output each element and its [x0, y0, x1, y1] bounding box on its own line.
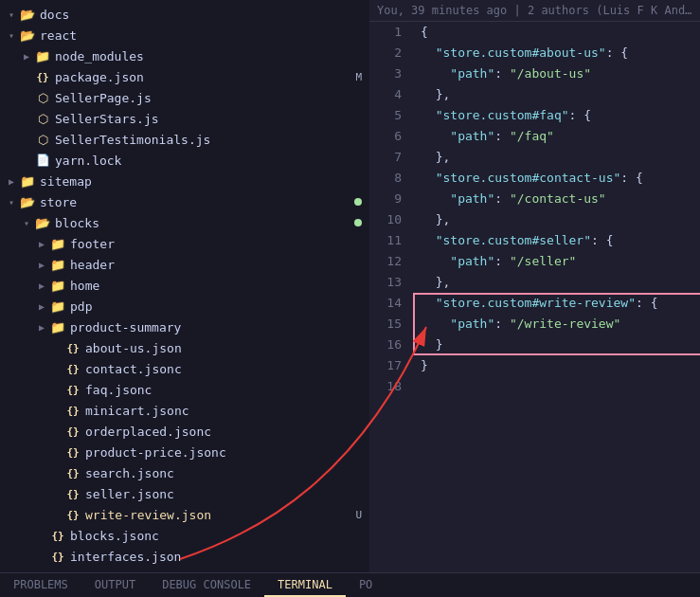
code-line: } [421, 335, 700, 355]
sidebar-item-orderplaced.jsonc[interactable]: {}orderplaced.jsonc [0, 421, 369, 442]
line-number: 13 [377, 272, 402, 293]
line-number: 14 [377, 293, 402, 314]
line-number: 17 [377, 355, 402, 376]
file-label: package.json [55, 70, 351, 84]
sidebar-item-package.json[interactable]: {}package.jsonM [0, 66, 369, 87]
file-jsonc-icon: {} [64, 405, 81, 417]
file-jsonc-icon: {} [64, 446, 81, 459]
file-label: react [40, 28, 362, 43]
file-label: SellerStars.js [55, 112, 362, 126]
line-numbers: 123456789101112131415161718 [369, 22, 413, 572]
sidebar-item-header[interactable]: ▶📁header [0, 254, 369, 275]
sidebar-item-yarn.lock[interactable]: 📄yarn.lock [0, 150, 369, 171]
sidebar-item-interfaces.json[interactable]: {}interfaces.json [0, 546, 369, 567]
sidebar-item-search.jsonc[interactable]: {}search.jsonc [0, 462, 369, 483]
file-explorer[interactable]: ▾📂docs▾📂react▶📁node_modules{}package.jso… [0, 0, 369, 572]
sidebar-item-sitemap[interactable]: ▶📁sitemap [0, 171, 369, 191]
sidebar-item-pdp[interactable]: ▶📁pdp [0, 296, 369, 317]
status-dot [354, 198, 362, 206]
sidebar-item-blocks[interactable]: ▾📂blocks [0, 212, 369, 233]
code-line: } [421, 355, 700, 376]
file-jsonc-icon: {} [49, 571, 66, 573]
status-tab-output[interactable]: OUTPUT [81, 573, 149, 597]
status-tab-po[interactable]: PO [346, 573, 386, 597]
sidebar-item-product-price.jsonc[interactable]: {}product-price.jsonc [0, 442, 369, 462]
file-label: contact.jsonc [85, 362, 362, 376]
file-label: store [40, 195, 350, 209]
sidebar-item-product-summary[interactable]: ▶📁product-summary [0, 317, 369, 337]
file-badge: M [355, 571, 362, 573]
sidebar-item-react[interactable]: ▾📂react [0, 25, 369, 45]
status-tab-problems[interactable]: PROBLEMS [0, 573, 81, 597]
file-jsonc-icon: {} [49, 530, 66, 542]
folder-closed-icon: 📁 [49, 279, 66, 293]
file-badge: U [355, 509, 362, 521]
code-line: "path": "/write-review" [421, 314, 700, 335]
file-label: orderplaced.jsonc [85, 425, 362, 439]
expand-arrow: ▶ [34, 322, 49, 333]
file-jsonc-icon: {} [49, 551, 66, 563]
status-bar: PROBLEMSOUTPUTDEBUG CONSOLETERMINALPO [0, 572, 700, 597]
sidebar-item-routes.json[interactable]: {}routes.jsonM [0, 567, 369, 572]
git-info: You, 39 minutes ago | 2 authors (Luis F … [369, 0, 700, 22]
line-number: 2 [377, 43, 402, 63]
sidebar-item-SellerPage.js[interactable]: ⬡SellerPage.js [0, 87, 369, 108]
sidebar-item-contact.jsonc[interactable]: {}contact.jsonc [0, 358, 369, 379]
folder-closed-icon: 📁 [34, 49, 51, 63]
editor-content: 123456789101112131415161718 { "store.cus… [369, 22, 700, 572]
sidebar-item-SellerStars.js[interactable]: ⬡SellerStars.js [0, 108, 369, 129]
file-jsonc-icon: {} [64, 363, 81, 375]
expand-arrow: ▶ [19, 51, 34, 62]
code-line: "store.custom#about-us": { [421, 43, 700, 63]
file-jsonc-icon: {} [64, 509, 81, 521]
folder-closed-icon: 📁 [49, 237, 66, 251]
sidebar-item-home[interactable]: ▶📁home [0, 275, 369, 296]
sidebar-item-seller.jsonc[interactable]: {}seller.jsonc [0, 483, 369, 504]
file-label: yarn.lock [55, 154, 362, 168]
expand-arrow: ▶ [4, 176, 19, 187]
file-label: sitemap [40, 174, 362, 189]
file-icon: 📄 [34, 154, 51, 167]
file-json-icon: {} [34, 71, 51, 83]
file-label: product-summary [70, 320, 362, 335]
folder-closed-icon: 📁 [19, 174, 36, 189]
line-number: 3 [377, 63, 402, 84]
file-label: interfaces.json [70, 550, 362, 564]
sidebar-item-minicart.jsonc[interactable]: {}minicart.jsonc [0, 400, 369, 421]
sidebar-item-about-us.json[interactable]: {}about-us.json [0, 337, 369, 358]
code-line [421, 376, 700, 397]
code-lines[interactable]: { "store.custom#about-us": { "path": "/a… [413, 22, 700, 572]
folder-open-icon: 📂 [19, 28, 36, 43]
sidebar-item-faq.jsonc[interactable]: {}faq.jsonc [0, 379, 369, 400]
sidebar-item-blocks.jsonc[interactable]: {}blocks.jsonc [0, 525, 369, 546]
status-tab-terminal[interactable]: TERMINAL [264, 573, 346, 597]
folder-open-icon: 📂 [34, 216, 51, 230]
expand-arrow: ▾ [19, 218, 34, 228]
code-line: }, [421, 147, 700, 168]
line-number: 8 [377, 168, 402, 189]
folder-open-icon: 📂 [19, 195, 36, 209]
file-badge: M [355, 71, 362, 83]
file-label: docs [40, 8, 362, 22]
file-label: SellerPage.js [55, 91, 362, 105]
sidebar-item-SellerTestimonials.js[interactable]: ⬡SellerTestimonials.js [0, 129, 369, 150]
sidebar-item-footer[interactable]: ▶📁footer [0, 233, 369, 254]
line-number: 18 [377, 376, 402, 397]
sidebar-item-write-review.json[interactable]: {}write-review.jsonU [0, 504, 369, 525]
sidebar-item-store[interactable]: ▾📂store [0, 191, 369, 212]
sidebar-item-docs[interactable]: ▾📂docs [0, 4, 369, 25]
status-tab-debug-console[interactable]: DEBUG CONSOLE [149, 573, 264, 597]
line-number: 11 [377, 230, 402, 251]
line-number: 12 [377, 251, 402, 272]
folder-closed-icon: 📁 [49, 299, 66, 314]
file-label: blocks [55, 216, 350, 230]
expand-arrow: ▾ [4, 9, 19, 20]
code-line: "path": "/faq" [421, 126, 700, 147]
file-label: search.jsonc [85, 466, 362, 480]
file-label: pdp [70, 299, 362, 314]
file-label: footer [70, 237, 362, 251]
sidebar-item-node_modules[interactable]: ▶📁node_modules [0, 45, 369, 66]
file-label: SellerTestimonials.js [55, 133, 362, 147]
file-js-icon: ⬡ [34, 133, 51, 147]
file-jsonc-icon: {} [64, 488, 81, 500]
